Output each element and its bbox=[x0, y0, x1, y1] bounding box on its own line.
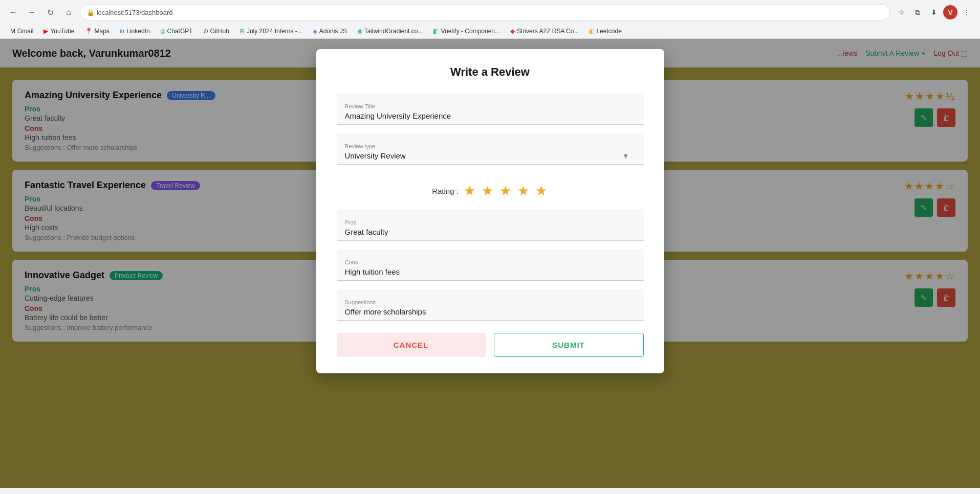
bookmark-gmail-label: Gmail bbox=[17, 28, 33, 35]
adonis-icon: ◈ bbox=[313, 28, 317, 35]
bookmark-adonis[interactable]: ◈ Adonis JS bbox=[309, 27, 351, 36]
linkedin-icon: in bbox=[120, 28, 124, 35]
star-4-button[interactable]: ★ bbox=[516, 183, 530, 199]
bookmark-maps[interactable]: 📍 Maps bbox=[81, 27, 114, 36]
reload-button[interactable]: ↻ bbox=[43, 5, 57, 19]
write-review-modal: Write a Review Review Title Review type … bbox=[316, 49, 664, 373]
address-bar[interactable]: 🔒 localhost:5173/dashboard bbox=[80, 4, 890, 20]
review-type-select-wrapper: University Review Travel Review Product … bbox=[345, 151, 636, 160]
bookmarks-bar: M Gmail ▶ YouTube 📍 Maps in LinkedIn ◎ C… bbox=[0, 25, 980, 38]
bookmark-july[interactable]: ⊞ July 2024 Interns -... bbox=[235, 27, 307, 36]
modal-buttons: CANCEL SUBMIT bbox=[337, 333, 644, 357]
bookmark-chatgpt[interactable]: ◎ ChatGPT bbox=[156, 27, 197, 36]
youtube-icon: ▶ bbox=[43, 28, 48, 35]
cons-input[interactable] bbox=[345, 267, 636, 276]
bookmark-chatgpt-label: ChatGPT bbox=[167, 28, 193, 35]
bookmark-linkedin-label: LinkedIn bbox=[126, 28, 149, 35]
star-button[interactable]: ☆ bbox=[894, 5, 908, 19]
toolbar-actions: ☆ ⧉ ⬇ V ⋮ bbox=[894, 5, 974, 19]
review-type-field: Review type University Review Travel Rev… bbox=[337, 133, 644, 165]
review-type-group: Review type University Review Travel Rev… bbox=[337, 133, 644, 165]
bookmark-youtube[interactable]: ▶ YouTube bbox=[39, 27, 78, 36]
bookmark-adonis-label: Adonis JS bbox=[319, 28, 347, 35]
review-title-field: Review Title bbox=[337, 93, 644, 125]
july-icon: ⊞ bbox=[239, 28, 245, 35]
suggestions-group: Suggestions bbox=[337, 289, 644, 321]
chatgpt-icon: ◎ bbox=[160, 28, 165, 35]
bookmark-github[interactable]: ⊙ GitHub bbox=[199, 27, 233, 36]
suggestions-input[interactable] bbox=[345, 307, 636, 316]
suggestions-label: Suggestions bbox=[345, 299, 636, 305]
cancel-button[interactable]: CANCEL bbox=[337, 333, 486, 357]
star-2-button[interactable]: ★ bbox=[481, 183, 494, 199]
bookmark-tailwind-label: TailwindGradient.co... bbox=[364, 28, 423, 35]
pros-group: Pros bbox=[337, 209, 644, 241]
download-button[interactable]: ⬇ bbox=[927, 5, 941, 19]
github-icon: ⊙ bbox=[203, 28, 208, 35]
vuetify-icon: ◧ bbox=[433, 28, 439, 35]
pros-input[interactable] bbox=[345, 228, 636, 236]
leetcode-icon: ◐ bbox=[589, 28, 594, 35]
review-title-label: Review Title bbox=[345, 103, 636, 109]
bookmark-strivers-label: Strivers A2Z DSA Co... bbox=[517, 28, 579, 35]
cons-field: Cons bbox=[337, 249, 644, 281]
rating-label: Rating : bbox=[432, 187, 459, 195]
back-button[interactable]: ← bbox=[6, 5, 20, 19]
lock-icon: 🔒 bbox=[86, 9, 95, 16]
bookmark-gmail[interactable]: M Gmail bbox=[6, 27, 37, 36]
app-wrapper: Welcome back, Varunkumar0812 ...iews Sub… bbox=[0, 39, 980, 488]
strivers-icon: ◆ bbox=[510, 28, 515, 35]
review-title-input[interactable] bbox=[345, 111, 636, 120]
bookmark-leetcode-label: Leetcode bbox=[596, 28, 621, 35]
browser-chrome: ← → ↻ ⌂ 🔒 localhost:5173/dashboard ☆ ⧉ ⬇… bbox=[0, 0, 980, 39]
bookmark-strivers[interactable]: ◆ Strivers A2Z DSA Co... bbox=[506, 27, 583, 36]
bookmark-github-label: GitHub bbox=[210, 28, 229, 35]
extensions-button[interactable]: ⧉ bbox=[910, 5, 925, 19]
gmail-icon: M bbox=[10, 28, 15, 35]
profile-avatar[interactable]: V bbox=[943, 5, 957, 19]
review-title-group: Review Title bbox=[337, 93, 644, 125]
menu-button[interactable]: ⋮ bbox=[960, 5, 974, 19]
bookmark-july-label: July 2024 Interns -... bbox=[247, 28, 302, 35]
submit-button[interactable]: SUBMIT bbox=[494, 333, 644, 357]
bookmark-linkedin[interactable]: in LinkedIn bbox=[116, 27, 154, 36]
star-1-button[interactable]: ★ bbox=[463, 183, 476, 199]
pros-label: Pros bbox=[345, 219, 636, 226]
rating-section: Rating : ★ ★ ★ ★ ★ bbox=[337, 173, 644, 209]
maps-icon: 📍 bbox=[85, 28, 93, 35]
bookmark-vuetify-label: Vuetify - Componen... bbox=[441, 28, 500, 35]
star-5-button[interactable]: ★ bbox=[534, 183, 548, 199]
cons-label: Cons bbox=[345, 259, 636, 265]
review-type-label: Review type bbox=[345, 143, 636, 149]
bookmark-vuetify[interactable]: ◧ Vuetify - Componen... bbox=[429, 27, 504, 36]
suggestions-field: Suggestions bbox=[337, 289, 644, 321]
home-button[interactable]: ⌂ bbox=[61, 5, 76, 19]
url-text: localhost:5173/dashboard bbox=[97, 9, 173, 16]
modal-overlay: Write a Review Review Title Review type … bbox=[0, 39, 980, 488]
browser-toolbar: ← → ↻ ⌂ 🔒 localhost:5173/dashboard ☆ ⧉ ⬇… bbox=[0, 0, 980, 25]
bookmark-tailwind[interactable]: ◉ TailwindGradient.co... bbox=[353, 27, 427, 36]
forward-button[interactable]: → bbox=[25, 5, 39, 19]
bookmark-maps-label: Maps bbox=[95, 28, 110, 35]
star-3-button[interactable]: ★ bbox=[498, 183, 512, 199]
tailwind-icon: ◉ bbox=[357, 28, 362, 35]
modal-title: Write a Review bbox=[337, 65, 644, 79]
cons-group: Cons bbox=[337, 249, 644, 281]
bookmark-youtube-label: YouTube bbox=[50, 28, 74, 35]
pros-field: Pros bbox=[337, 209, 644, 241]
bookmark-leetcode[interactable]: ◐ Leetcode bbox=[585, 27, 625, 36]
review-type-select[interactable]: University Review Travel Review Product … bbox=[345, 151, 636, 160]
